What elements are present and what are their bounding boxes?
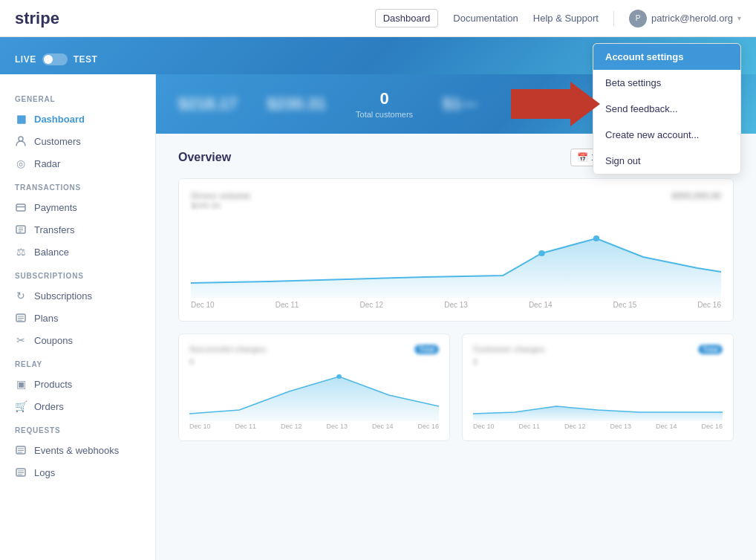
dropdown-create-account[interactable]: Create new account... — [593, 122, 740, 148]
sidebar-label-coupons: Coupons — [34, 335, 73, 346]
sidebar-label-products: Products — [34, 379, 72, 390]
toggle-pill[interactable] — [42, 53, 68, 65]
sidebar-label-logs: Logs — [34, 467, 55, 478]
dropdown-account-settings[interactable]: Account settings — [593, 44, 740, 70]
sidebar-label-customers: Customers — [34, 136, 81, 147]
sidebar-item-customers[interactable]: Customers — [0, 130, 155, 152]
orders-icon: 🛒 — [15, 400, 27, 412]
sidebar-item-events-webhooks[interactable]: Events & webhooks — [0, 439, 155, 461]
balance-icon: ⚖ — [15, 246, 27, 258]
small-chart-title-1: Successful charges — [189, 345, 266, 354]
chart-header: Gross volume $000.00 $000,000.00 — [191, 191, 721, 218]
user-menu[interactable]: P patrick@herold.org ▾ Account settings … — [629, 10, 741, 27]
main-chart-card: Gross volume $000.00 $000,000.00 — [178, 178, 734, 322]
payments-icon — [15, 201, 27, 213]
sidebar-item-dashboard[interactable]: ▦ Dashboard — [0, 108, 155, 130]
main-chart-area — [191, 224, 721, 298]
stat-label-3: Total customers — [356, 110, 413, 119]
svg-point-21 — [593, 235, 599, 241]
stat-net-volume: $230.31 — [267, 94, 327, 114]
small-chart-area-1 — [189, 369, 439, 421]
small-chart-title-2: Customer charges — [473, 345, 545, 354]
events-icon — [15, 444, 27, 456]
sidebar-label-payments: Payments — [34, 202, 77, 213]
customers-icon — [15, 135, 27, 147]
products-icon: ▣ — [15, 378, 27, 390]
chart-title: Gross volume $000.00 — [191, 191, 250, 218]
sidebar-item-balance[interactable]: ⚖ Balance — [0, 241, 155, 263]
svg-rect-2 — [16, 204, 25, 211]
sidebar-label-orders: Orders — [34, 401, 64, 412]
sidebar-label-radar: Radar — [34, 158, 60, 169]
small-chart-card-1: Successful charges Total 0 — [178, 333, 450, 441]
stat-value-1: $218.17 — [178, 94, 238, 114]
coupons-icon: ✂ — [15, 334, 27, 346]
dropdown-sign-out[interactable]: Sign out — [593, 148, 740, 174]
calendar-icon-from: 📅 — [577, 152, 588, 163]
stat-gross-volume: $218.17 — [178, 94, 238, 114]
live-label: LIVE — [15, 54, 36, 65]
subscriptions-icon: ↻ — [15, 290, 27, 302]
dropdown-send-feedback[interactable]: Send feedback... — [593, 96, 740, 122]
small-chart-badge-2: Total — [698, 345, 723, 354]
svg-point-20 — [538, 250, 544, 256]
sidebar-section-requests: REQUESTS — [0, 417, 155, 439]
sidebar-item-logs[interactable]: Logs — [0, 461, 155, 484]
stripe-logo: stripe — [15, 9, 59, 28]
dashboard-icon: ▦ — [15, 113, 27, 125]
logs-icon — [15, 466, 27, 478]
small-chart-card-2: Customer charges Total 0 — [462, 333, 734, 441]
chart-axis-labels: Dec 10 Dec 11 Dec 12 Dec 13 Dec 14 Dec 1… — [191, 301, 721, 309]
sidebar-section-transactions: TRANSACTIONS — [0, 175, 155, 196]
small-chart-area-2 — [473, 369, 723, 421]
small-charts: Successful charges Total 0 — [178, 333, 734, 441]
overview-section: Overview 📅 12/10/2016 to 📅 12/16/2016 — [156, 134, 756, 456]
sidebar-item-payments[interactable]: Payments — [0, 196, 155, 218]
small-chart-axis-2: Dec 10 Dec 11 Dec 12 Dec 13 Dec 14 Dec 1… — [473, 423, 723, 430]
test-label: TEST — [74, 54, 98, 65]
sidebar-label-dashboard: Dashboard — [34, 114, 85, 125]
sidebar-item-transfers[interactable]: Transfers — [0, 218, 155, 241]
overview-title: Overview — [178, 151, 231, 164]
sidebar-item-radar[interactable]: ◎ Radar — [0, 152, 155, 175]
sidebar-label-events-webhooks: Events & webhooks — [34, 445, 119, 456]
dropdown-beta-settings[interactable]: Beta settings — [593, 70, 740, 96]
sidebar-item-coupons[interactable]: ✂ Coupons — [0, 329, 155, 351]
chevron-down-icon: ▾ — [737, 14, 741, 22]
sidebar-section-general: GENERAL — [0, 86, 155, 108]
sidebar-item-plans[interactable]: Plans — [0, 307, 155, 329]
small-chart-badge-1: Total — [414, 345, 439, 354]
help-support-nav-link[interactable]: Help & Support — [533, 13, 599, 24]
documentation-nav-link[interactable]: Documentation — [453, 13, 518, 24]
sidebar-item-products[interactable]: ▣ Products — [0, 373, 155, 395]
sidebar: GENERAL ▦ Dashboard Customers ◎ Radar TR… — [0, 74, 156, 560]
sidebar-label-balance: Balance — [34, 247, 69, 258]
small-chart-axis-1: Dec 10 Dec 11 Dec 12 Dec 13 Dec 14 Dec 1… — [189, 423, 439, 430]
stat-other: $1— — [443, 94, 477, 114]
transfers-icon — [15, 224, 27, 235]
small-chart-value-2: 0 — [473, 357, 723, 366]
sidebar-label-plans: Plans — [34, 313, 59, 324]
stat-total-customers: 0 Total customers — [356, 89, 413, 119]
live-test-toggle[interactable]: LIVE TEST — [15, 53, 97, 65]
sidebar-item-subscriptions[interactable]: ↻ Subscriptions — [0, 284, 155, 307]
dashboard-nav-link[interactable]: Dashboard — [375, 9, 439, 27]
sidebar-label-subscriptions: Subscriptions — [34, 290, 92, 302]
stat-value-3: 0 — [356, 89, 413, 108]
small-chart-header-1: Successful charges Total — [189, 345, 439, 354]
sidebar-label-transfers: Transfers — [34, 224, 74, 235]
sidebar-section-relay: RELAY — [0, 351, 155, 373]
plans-icon — [15, 312, 27, 324]
top-nav-links: Dashboard Documentation Help & Support P… — [375, 9, 741, 27]
nav-divider — [613, 11, 614, 26]
user-avatar: P — [629, 10, 647, 27]
svg-point-1 — [19, 137, 23, 141]
sidebar-item-orders[interactable]: 🛒 Orders — [0, 395, 155, 417]
chart-total: $000,000.00 — [671, 191, 721, 218]
account-dropdown-menu: Account settings Beta settings Send feed… — [593, 43, 741, 175]
stat-value-2: $230.31 — [267, 94, 327, 114]
sidebar-section-subscriptions: SUBSCRIPTIONS — [0, 263, 155, 284]
top-nav: stripe Dashboard Documentation Help & Su… — [0, 0, 756, 37]
radar-icon: ◎ — [15, 157, 27, 169]
stat-value-4: $1— — [443, 94, 477, 114]
